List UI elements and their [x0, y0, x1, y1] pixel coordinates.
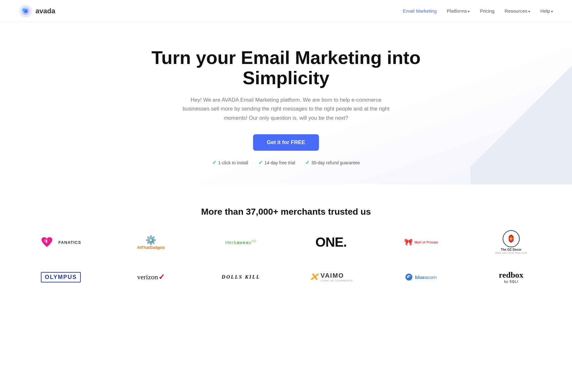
merchant-logo-grid-row2: OLYMPUS verizon ✓ DOLLS KILL ✕ VAIMO COR…	[19, 268, 553, 287]
merchant-logo-ozdecor: 🏮 The OZ Decor Make your Home Next Level	[495, 233, 527, 252]
redbox-text: redbox	[499, 270, 524, 280]
merchant-logo-allthatgadgets: ⚙️ AllThatGadgets	[137, 233, 165, 252]
verizon-text: verizon	[137, 273, 158, 281]
nav-item-resources[interactable]: Resources	[505, 8, 530, 14]
merchant-logo-mallofprivate: 🎀 Mall of Private	[404, 233, 438, 252]
dollskill-text: DOLLS KILL	[222, 274, 260, 280]
merchant-logo-redbox: redbox by SQLI	[499, 268, 524, 287]
merchant-logo-one: ONE.	[315, 233, 347, 252]
hero-subtitle: Hey! We are AVADA Email Marketing platfo…	[178, 96, 394, 123]
nav-item-platforms[interactable]: Platforms	[447, 8, 470, 14]
check-icon-install: ✓	[212, 160, 216, 166]
nav-item-email-marketing[interactable]: Email Marketing	[403, 8, 437, 14]
herbavexo-text: Herbavexo⁰⁰	[225, 239, 257, 246]
atg-icon: ⚙️	[137, 235, 165, 245]
fanatics-heart-icon	[41, 236, 53, 249]
nav-link-pricing[interactable]: Pricing	[480, 8, 494, 14]
badge-refund-text: 30-day refund guarantee	[311, 160, 360, 165]
merchant-logo-vaimo: ✕ VAIMO CORE OF COMMERCE	[309, 268, 353, 287]
vaimo-name: VAIMO	[321, 272, 353, 279]
fanatics-text: FANATICS	[58, 240, 81, 245]
oz-subtext: Make your Home Next Level	[495, 251, 527, 254]
avada-logo-icon	[19, 4, 32, 18]
vaimo-x-icon: ✕	[309, 272, 318, 282]
hero-heading: Turn your Email Marketing into Simplicit…	[143, 47, 429, 88]
hero-content: Turn your Email Marketing into Simplicit…	[13, 47, 559, 166]
mop-icon: 🎀	[404, 238, 413, 246]
merchant-logo-olympus: OLYMPUS	[41, 268, 80, 287]
check-icon-trial: ✓	[258, 160, 263, 166]
hero-section: Turn your Email Marketing into Simplicit…	[0, 22, 572, 185]
ba-text: blueacorn	[415, 275, 436, 280]
atg-content: ⚙️ AllThatGadgets	[137, 235, 165, 250]
nav-link-resources[interactable]: Resources	[505, 8, 530, 14]
nav-link-email-marketing[interactable]: Email Marketing	[403, 8, 437, 14]
nav-links: Email Marketing Platforms Pricing Resour…	[403, 8, 553, 14]
nav-item-help[interactable]: Help	[540, 8, 553, 14]
vaimo-sub: CORE OF COMMERCE	[321, 279, 353, 282]
navbar: avada Email Marketing Platforms Pricing …	[0, 0, 572, 22]
oz-content: 🏮 The OZ Decor Make your Home Next Level	[495, 230, 527, 254]
badge-trial-text: 14-day free trial	[264, 160, 295, 165]
atg-text: AllThatGadgets	[137, 245, 165, 250]
badge-refund: ✓ 30-day refund guarantee	[305, 160, 360, 166]
cta-button[interactable]: Get it for FREE	[253, 134, 319, 151]
vaimo-content: ✕ VAIMO CORE OF COMMERCE	[309, 272, 353, 282]
olympus-text: OLYMPUS	[41, 272, 80, 282]
nav-link-platforms[interactable]: Platforms	[447, 8, 470, 14]
mop-content: 🎀 Mall of Private	[404, 238, 438, 246]
check-icon-refund: ✓	[305, 160, 309, 166]
svg-point-3	[22, 8, 25, 11]
logo-text: avada	[35, 7, 55, 15]
logo-link[interactable]: avada	[19, 4, 55, 18]
nav-item-pricing[interactable]: Pricing	[480, 8, 494, 14]
merchant-logo-grid-row1: FANATICS ⚙️ AllThatGadgets Herbavexo⁰⁰ O…	[19, 233, 553, 252]
one-text: ONE.	[315, 235, 347, 250]
badge-install: ✓ 1-click to install	[212, 160, 248, 166]
ba-icon: 🌊	[405, 274, 412, 281]
oz-circle-icon: 🏮	[503, 230, 520, 247]
badge-trial: ✓ 14-day free trial	[258, 160, 295, 166]
trust-badges: ✓ 1-click to install ✓ 14-day free trial…	[13, 160, 559, 166]
oz-text: The OZ Decor	[495, 248, 527, 251]
mop-text: Mall of Private	[415, 240, 438, 244]
merchant-logo-blueacorn: 🌊 blueacorn	[405, 268, 436, 287]
merchants-section: More than 37,000+ merchants trusted us F…	[0, 185, 572, 321]
redbox-content: redbox by SQLI	[499, 271, 524, 283]
redbox-sub: by SQLI	[499, 280, 524, 283]
merchant-logo-herbavexo: Herbavexo⁰⁰	[225, 233, 257, 252]
verizon-check-icon: ✓	[158, 273, 165, 281]
merchant-logo-fanatics: FANATICS	[41, 233, 81, 252]
vaimo-text-wrap: VAIMO CORE OF COMMERCE	[321, 272, 353, 282]
merchant-logo-dollskill: DOLLS KILL	[222, 268, 260, 287]
nav-link-help[interactable]: Help	[540, 8, 553, 14]
svg-rect-5	[46, 240, 47, 243]
merchants-heading: More than 37,000+ merchants trusted us	[19, 207, 553, 217]
merchant-logo-verizon: verizon ✓	[137, 268, 165, 287]
badge-install-text: 1-click to install	[218, 160, 248, 165]
